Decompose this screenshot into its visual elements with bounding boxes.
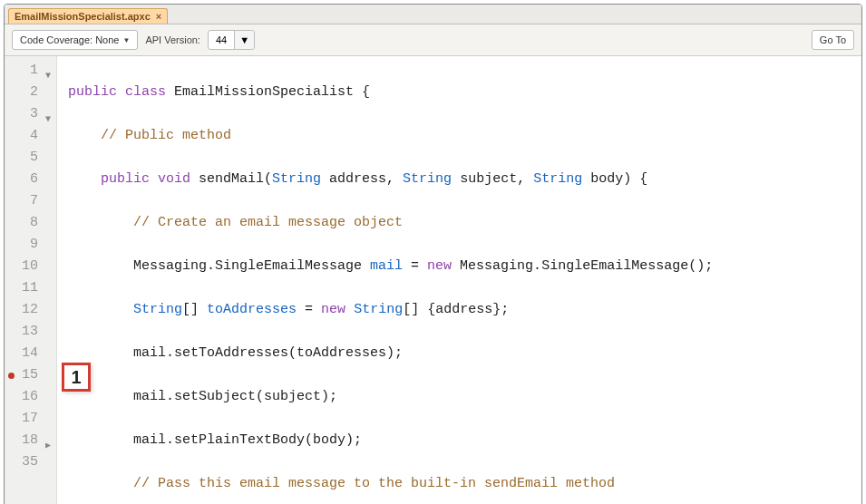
chevron-down-icon: ▼ (122, 36, 130, 44)
code-line: String[] toAddresses = new String[] {add… (68, 299, 851, 321)
line-number: 15 (10, 364, 51, 386)
line-number: 12 (10, 299, 51, 321)
chevron-down-icon[interactable]: ▼ (234, 31, 254, 49)
line-number: 11 (10, 277, 51, 299)
tab-bar: EmailMissionSpecialist.apxc × (5, 5, 861, 24)
code-line: // Create an email message object (68, 212, 851, 234)
line-number: 6 (10, 169, 51, 190)
code-line: // Public method (68, 125, 851, 147)
close-icon[interactable]: × (156, 11, 161, 22)
code-editor[interactable]: 1 1▼ 2 3▼ 4 5 6 7 8 9 10 11 12 13 14 15 … (5, 56, 861, 504)
line-number: 3▼ (10, 103, 51, 125)
callout-number: 1 (71, 366, 81, 388)
code-coverage-dropdown[interactable]: Code Coverage: None ▼ (12, 30, 138, 50)
file-tab[interactable]: EmailMissionSpecialist.apxc × (8, 8, 168, 24)
line-number: 5 (10, 147, 51, 169)
code-line: public class EmailMissionSpecialist { (68, 82, 851, 103)
line-number: 14 (10, 343, 51, 364)
goto-button[interactable]: Go To (812, 30, 854, 50)
code-line: // Pass this email message to the built-… (68, 473, 851, 495)
toolbar: Code Coverage: None ▼ API Version: 44 ▼ … (5, 24, 861, 56)
line-number: 4 (10, 125, 51, 147)
line-number: 17 (10, 408, 51, 430)
line-number: 9 (10, 234, 51, 256)
callout-badge: 1 (62, 363, 91, 392)
code-line: mail.setToAddresses(toAddresses); (68, 343, 851, 364)
gutter: 1▼ 2 3▼ 4 5 6 7 8 9 10 11 12 13 14 15 16… (5, 56, 57, 504)
goto-label: Go To (820, 34, 846, 45)
line-number: 13 (10, 321, 51, 343)
code-area[interactable]: public class EmailMissionSpecialist { //… (57, 56, 861, 504)
line-number: 1▼ (10, 60, 51, 82)
api-version-label: API Version: (145, 34, 200, 45)
line-number: 8 (10, 212, 51, 234)
line-number: 2 (10, 82, 51, 103)
code-line: mail.setSubject(subject); (68, 386, 851, 408)
code-line: Messaging.SingleEmailMessage mail = new … (68, 256, 851, 277)
api-version-select[interactable]: 44 ▼ (208, 30, 255, 50)
code-line: public void sendMail(String address, Str… (68, 169, 851, 190)
line-number: 35 (10, 451, 51, 473)
editor-window: EmailMissionSpecialist.apxc × Code Cover… (4, 4, 862, 504)
line-number: 7 (10, 190, 51, 212)
line-number: 16 (10, 386, 51, 408)
line-number: 18▶ (10, 430, 51, 451)
line-number: 10 (10, 256, 51, 277)
code-line: mail.setPlainTextBody(body); (68, 430, 851, 451)
api-version-value: 44 (209, 31, 234, 49)
code-coverage-label: Code Coverage: None (20, 34, 119, 45)
file-tab-title: EmailMissionSpecialist.apxc (15, 11, 151, 22)
